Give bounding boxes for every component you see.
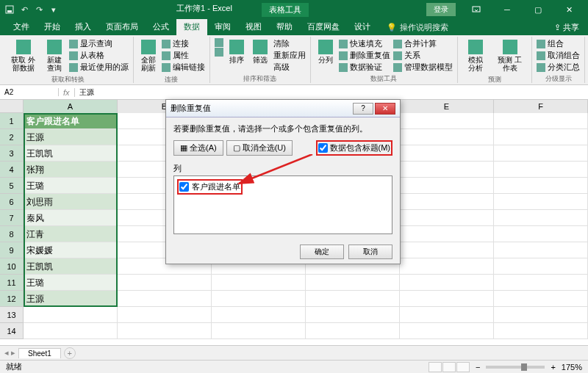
cell-E7[interactable]: [400, 210, 494, 226]
cell-D11[interactable]: [306, 275, 400, 291]
cell-A13[interactable]: [24, 307, 118, 323]
sort-za-button[interactable]: [215, 48, 223, 57]
close-icon[interactable]: ✕: [554, 2, 584, 17]
tab-file[interactable]: 文件: [6, 19, 37, 35]
column-item[interactable]: 客户跟进名单: [179, 181, 240, 192]
tab-formulas[interactable]: 公式: [146, 19, 176, 35]
cell-F6[interactable]: [494, 194, 588, 210]
cell-F2[interactable]: [494, 129, 588, 145]
refresh-all-button[interactable]: 全部刷新: [138, 38, 159, 73]
cell-E3[interactable]: [400, 145, 494, 162]
normal-view-button[interactable]: [429, 362, 442, 372]
col-header-A[interactable]: A: [24, 100, 118, 113]
whatif-button[interactable]: 模拟分析: [462, 38, 490, 73]
dialog-titlebar[interactable]: 删除重复值 ? ✕: [166, 100, 400, 117]
cell-A3[interactable]: 王凯凯: [24, 145, 118, 162]
sheet-nav[interactable]: ◂ ▸: [4, 348, 15, 358]
select-all-button[interactable]: ▦全选(A): [173, 140, 223, 156]
relationships-button[interactable]: 关系: [393, 50, 453, 61]
subtotal-button[interactable]: 分类汇总: [537, 62, 580, 73]
row-header-4[interactable]: 4: [0, 162, 24, 178]
cell-E12[interactable]: [400, 291, 494, 307]
formula-input[interactable]: 王源: [75, 87, 588, 98]
name-box[interactable]: A2: [0, 88, 59, 96]
cell-E1[interactable]: [400, 113, 494, 129]
cell-F11[interactable]: [494, 275, 588, 291]
cell-F10[interactable]: [494, 258, 588, 275]
cell-A7[interactable]: 秦风: [24, 210, 118, 226]
row-header-5[interactable]: 5: [0, 178, 24, 194]
cell-A12[interactable]: 王源: [24, 291, 118, 307]
cell-E2[interactable]: [400, 129, 494, 145]
recent-sources-button[interactable]: 最近使用的源: [69, 62, 129, 73]
cell-F12[interactable]: [494, 291, 588, 307]
qat-dropdown-icon[interactable]: ▾: [49, 4, 59, 15]
connections-button[interactable]: 连接: [162, 38, 205, 49]
cell-A11[interactable]: 王璐: [24, 275, 118, 291]
get-external-data-button[interactable]: 获取 外部数据: [7, 38, 40, 73]
minimize-icon[interactable]: ─: [492, 2, 522, 17]
advanced-button[interactable]: 高级: [273, 62, 306, 73]
cell-E10[interactable]: [400, 258, 494, 275]
row-header-14[interactable]: 14: [0, 323, 24, 339]
sheet-tab-sheet1[interactable]: Sheet1: [18, 348, 61, 358]
cell-E11[interactable]: [400, 275, 494, 291]
cell-A9[interactable]: 宋媛媛: [24, 242, 118, 258]
cell-F7[interactable]: [494, 210, 588, 226]
data-model-button[interactable]: 管理数据模型: [393, 62, 453, 73]
filter-button[interactable]: 筛选: [250, 38, 270, 65]
clear-button[interactable]: 清除: [273, 38, 306, 49]
headers-checkbox[interactable]: 数据包含标题(M): [318, 142, 391, 153]
zoom-level[interactable]: 175%: [562, 363, 582, 372]
row-header-11[interactable]: 11: [0, 275, 24, 291]
cell-A6[interactable]: 刘思雨: [24, 194, 118, 210]
cell-D13[interactable]: [306, 307, 400, 323]
cell-F13[interactable]: [494, 307, 588, 323]
undo-icon[interactable]: ↶: [19, 4, 29, 15]
cell-E13[interactable]: [400, 307, 494, 323]
page-layout-view-button[interactable]: [442, 362, 456, 372]
forecast-sheet-button[interactable]: 预测 工作表: [492, 38, 527, 73]
add-sheet-button[interactable]: +: [64, 347, 76, 359]
row-header-1[interactable]: 1: [0, 113, 24, 129]
row-header-12[interactable]: 12: [0, 291, 24, 307]
cell-B14[interactable]: [118, 323, 212, 339]
tab-data[interactable]: 数据: [176, 19, 207, 35]
reapply-button[interactable]: 重新应用: [273, 50, 306, 61]
new-query-button[interactable]: 新建 查询: [43, 38, 66, 73]
sort-button[interactable]: 排序: [226, 38, 247, 65]
unselect-all-button[interactable]: ▢取消全选(U): [226, 140, 293, 156]
cell-F9[interactable]: [494, 242, 588, 258]
cell-B12[interactable]: [118, 291, 212, 307]
column-item-checkbox[interactable]: [179, 182, 189, 192]
show-queries-button[interactable]: 显示查询: [69, 38, 129, 49]
col-header-F[interactable]: F: [494, 100, 588, 113]
dialog-close-icon[interactable]: ✕: [375, 103, 395, 115]
row-header-9[interactable]: 9: [0, 242, 24, 258]
flash-fill-button[interactable]: 快速填充: [339, 38, 390, 49]
ribbon-options-icon[interactable]: [462, 2, 491, 17]
zoom-in-button[interactable]: +: [551, 363, 555, 372]
col-header-E[interactable]: E: [400, 100, 494, 113]
cell-F3[interactable]: [494, 145, 588, 162]
cell-A14[interactable]: [24, 323, 118, 339]
cell-A1[interactable]: 客户跟进名单: [24, 113, 118, 129]
cell-F4[interactable]: [494, 162, 588, 178]
cell-A2[interactable]: 王源: [24, 129, 118, 145]
cell-E4[interactable]: [400, 162, 494, 178]
cell-F5[interactable]: [494, 178, 588, 194]
cell-B11[interactable]: [118, 275, 212, 291]
cell-E6[interactable]: [400, 194, 494, 210]
from-table-button[interactable]: 从表格: [69, 50, 129, 61]
cell-A4[interactable]: 张翔: [24, 162, 118, 178]
tab-review[interactable]: 审阅: [207, 19, 238, 35]
ok-button[interactable]: 确定: [300, 245, 344, 259]
zoom-slider[interactable]: [486, 366, 545, 369]
save-icon[interactable]: [4, 4, 15, 15]
fx-icon[interactable]: fx: [59, 88, 75, 97]
tab-baidu[interactable]: 百度网盘: [300, 19, 347, 35]
row-header-8[interactable]: 8: [0, 226, 24, 242]
row-header-7[interactable]: 7: [0, 210, 24, 226]
consolidate-button[interactable]: 合并计算: [393, 38, 453, 49]
cell-C11[interactable]: [212, 275, 306, 291]
